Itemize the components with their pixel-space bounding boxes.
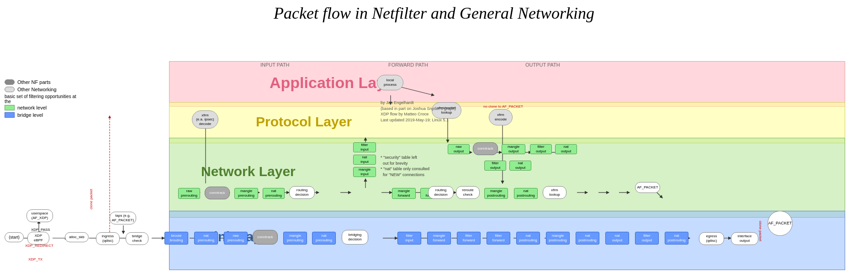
xdp-pass-label: XDP_PASS — [31, 228, 50, 232]
conntrack-node: conntrack — [205, 187, 230, 199]
local-process-node: local process — [377, 75, 403, 90]
af-packet-right-node: AF_PACKET — [767, 211, 793, 236]
xfrm-decode-node: xfrm (e.a. ipsec) decode — [192, 110, 218, 129]
mangle-forward-node: mangle forward — [392, 188, 416, 199]
filter-output2-node: filteroutput — [484, 161, 506, 171]
routing-decision2-node: routing decision — [428, 186, 454, 199]
filter-forward-bridge2-node: filterforward — [487, 232, 510, 245]
nat-prerouting-node: nat prerouting — [263, 188, 285, 199]
no-clone-label: no clone to AF_PACKET — [483, 104, 523, 109]
nat-postrouting-bridge3-node: natpostrouting — [665, 232, 688, 245]
nat-input-node: nat input — [353, 155, 376, 165]
nat-postrouting-node: nat postrouting — [514, 188, 538, 199]
layer-app-bg — [169, 61, 845, 107]
bridging-decision-node: bridging decision — [342, 230, 368, 245]
raw-prerouting-node: raw prerouting — [178, 188, 200, 199]
nat-postrouting-bridge-node: natpostrouting — [516, 232, 540, 245]
egress-qdisc-node: egress (qdisc) — [699, 232, 724, 245]
xfrm-lookup-node: xfrm lookup — [543, 186, 566, 199]
nat-prerouting-bridge2-node: nat prerouting — [312, 232, 336, 245]
interface-output-node: interface output — [731, 232, 758, 245]
mangle-prerouting-bridge-node: mangle prerouting — [283, 232, 307, 245]
alloc-skb-node: alloc_skb — [65, 232, 89, 242]
input-path-label: INPUT PATH — [260, 62, 290, 68]
routing-decision-node: routing decision — [289, 186, 315, 199]
nat-postrouting-bridge2-node: natpostrouting — [576, 232, 599, 245]
mangle-prerouting-node: mangle prerouting — [234, 188, 258, 199]
userspace-node: userspace (AF_XDP) — [26, 209, 53, 222]
ingress-qdisc-node: ingress (qdisc) — [96, 232, 120, 245]
conntrack2-node: conntrack — [473, 142, 498, 155]
mangle-forward-bridge-node: mangleforward — [427, 232, 451, 245]
nat-output-node: nat output — [555, 144, 577, 154]
raw-prerouting-bridge-node: raw prerouting — [224, 232, 248, 245]
raw-output-node: raw output — [448, 144, 470, 154]
taps-node: taps (e.g. AF_PACKET) — [110, 212, 136, 224]
nat-output-bridge-node: natoutput — [605, 232, 629, 245]
af-packet-node: AF_PACKET — [635, 182, 660, 193]
filter-output-bridge-node: filteroutput — [635, 232, 659, 245]
xdp-ebpf-node: XDP eBPF — [27, 232, 49, 245]
filter-input-node: filter input — [353, 142, 376, 152]
conntrack-bridge-node: conntrack — [253, 230, 278, 245]
nat-prerouting-bridge-node: nat prerouting — [194, 232, 218, 245]
xdp-redirect-label: XDP_REDIRECT — [25, 244, 53, 248]
bridge-check-node: bridge check — [126, 232, 148, 245]
broute-node: broute brouting — [164, 232, 188, 245]
mangle-postrouting-bridge-node: manglepostrouting — [546, 232, 570, 245]
mangle-output-node: mangle output — [502, 144, 525, 154]
xfrm-encode-node: xfrm encode — [489, 109, 513, 125]
mangle-input-node: mangle input — [353, 167, 376, 177]
xdp-tx-label: XDP_TX — [28, 257, 42, 261]
clone-packet-in-label: clone packet — [89, 189, 93, 209]
reroute-check-node: reroute check — [456, 186, 480, 199]
page-title: Packet flow in Netfilter and General Net… — [0, 0, 868, 25]
mangle-postrouting-node: mangle postrouting — [484, 188, 508, 199]
filter-input-bridge-node: filterinput — [397, 232, 421, 245]
credit-annotation: by Jan Engelhardt(based in part on Joshu… — [381, 100, 456, 123]
output-path-label: OUTPUT PATH — [525, 62, 560, 68]
forward-path-label: FORWARD PATH — [388, 62, 428, 68]
clone-packet-out-label: clone packet — [758, 221, 762, 241]
filter-output-node: filter output — [530, 144, 552, 154]
start-node: (start) — [5, 232, 24, 242]
security-note-annotation: * "security" table left out for brevity*… — [381, 155, 429, 177]
legend: Other NF parts Other Networking basic se… — [5, 79, 78, 120]
filter-forward-bridge-node: filterforward — [457, 232, 481, 245]
nat-output2-node: natoutput — [509, 161, 531, 171]
